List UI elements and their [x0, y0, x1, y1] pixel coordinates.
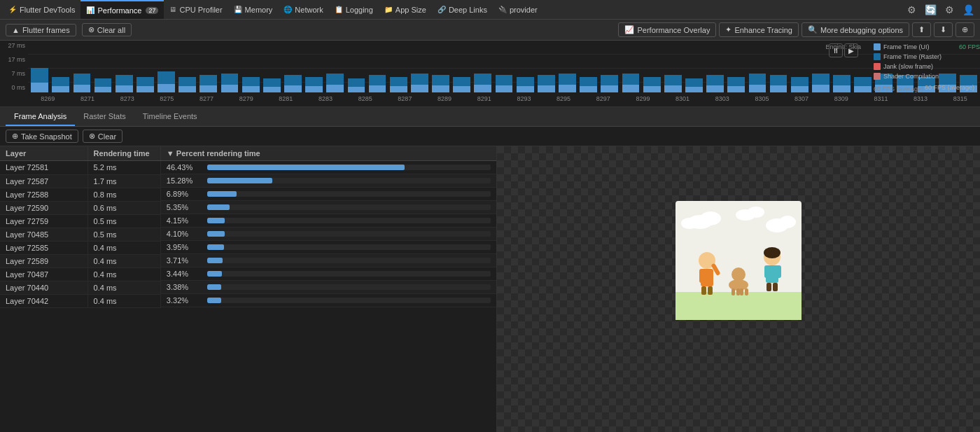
- bar-group[interactable]: [410, 41, 430, 92]
- settings-button[interactable]: ⚙: [904, 1, 919, 18]
- bar-group[interactable]: [430, 41, 451, 92]
- bar-group[interactable]: [472, 41, 493, 92]
- col-header-percent[interactable]: ▼ Percent rendering time: [160, 146, 496, 161]
- bar-group[interactable]: [283, 41, 303, 92]
- table-row[interactable]: Layer 72759 0.5 ms 4.15%: [0, 214, 496, 228]
- refresh-button[interactable]: 🔄: [922, 1, 939, 18]
- bar-group[interactable]: [451, 41, 472, 92]
- preview-area: [497, 146, 980, 432]
- legend-label: Shader Compilation: [883, 73, 939, 80]
- take-snapshot-button[interactable]: ⊕ Take Snapshot: [6, 130, 78, 143]
- cell-layer: Layer 72588: [0, 188, 88, 201]
- clear-button[interactable]: ⊗ Clear: [83, 130, 122, 143]
- nav-item-memory[interactable]: 💾 Memory: [228, 0, 279, 19]
- bar-group[interactable]: [557, 41, 578, 92]
- bar-ui: [685, 87, 703, 92]
- table-row[interactable]: Layer 70485 0.5 ms 4.10%: [0, 228, 496, 241]
- percent-bar-container: [207, 298, 491, 303]
- table-row[interactable]: Layer 70487 0.4 ms 3.44%: [0, 267, 496, 281]
- bar-group[interactable]: [241, 41, 261, 92]
- table-row[interactable]: Layer 72587 1.7 ms 15.28%: [0, 174, 496, 188]
- cell-layer: Layer 70487: [0, 267, 88, 281]
- bar-group[interactable]: [325, 41, 345, 92]
- bar-raster: [496, 75, 513, 85]
- bar-group[interactable]: [642, 41, 662, 92]
- table-row[interactable]: Layer 72581 5.2 ms 46.43%: [0, 161, 496, 175]
- tab-timeline-events[interactable]: Timeline Events: [134, 107, 206, 126]
- nav-item-network[interactable]: 🌐 Network: [278, 0, 328, 19]
- table-row[interactable]: Layer 72590 0.6 ms 5.35%: [0, 201, 496, 214]
- config-button[interactable]: ⚙: [942, 1, 957, 18]
- table-row[interactable]: Layer 70440 0.4 ms 3.38%: [0, 281, 496, 294]
- bar-group[interactable]: [368, 41, 388, 92]
- x-label: 8313: [901, 95, 941, 102]
- col-header-render-time[interactable]: Rendering time: [88, 146, 160, 161]
- bar-group[interactable]: [620, 41, 640, 92]
- nav-item-app-size[interactable]: 📁 App Size: [379, 0, 432, 19]
- bar-group[interactable]: [156, 41, 176, 92]
- table-row[interactable]: Layer 70442 0.4 ms 3.32%: [0, 294, 496, 307]
- bar-group[interactable]: [663, 41, 683, 92]
- nav-item-provider[interactable]: 🔌 provider: [493, 0, 543, 19]
- bar-group[interactable]: [71, 41, 92, 92]
- bar-group[interactable]: [747, 41, 767, 92]
- bar-group[interactable]: [198, 41, 218, 92]
- nav-item-flutter-devtools[interactable]: ⚡ Flutter DevTools: [3, 0, 80, 19]
- table-row[interactable]: Layer 72585 0.4 ms 3.95%: [0, 241, 496, 254]
- bar-group[interactable]: [726, 41, 746, 92]
- bar-group[interactable]: [599, 41, 620, 92]
- bar-group[interactable]: [705, 41, 725, 92]
- account-button[interactable]: 👤: [960, 1, 977, 18]
- bar-group[interactable]: [790, 41, 810, 92]
- bar-group[interactable]: [50, 41, 71, 92]
- play-button[interactable]: ▶: [844, 43, 858, 57]
- performance-overlay-button[interactable]: 📈 Performance Overlay: [618, 22, 716, 37]
- enhance-tracing-button[interactable]: ✦ Enhance Tracing: [719, 22, 799, 37]
- bar-group[interactable]: [304, 41, 324, 92]
- download-icon: ⬇: [940, 25, 946, 34]
- bar-raster: [200, 75, 217, 85]
- col-header-layer[interactable]: Layer: [0, 146, 88, 161]
- bar-group[interactable]: [29, 41, 50, 92]
- bar-group[interactable]: [515, 41, 536, 92]
- nav-item-logging[interactable]: 📋 Logging: [329, 0, 379, 19]
- y-label-0ms: 0 ms: [3, 84, 25, 91]
- nav-label-cpu: CPU Profiler: [179, 6, 222, 14]
- layers-table-area: Layer Rendering time ▼ Percent rendering…: [0, 146, 497, 432]
- clear-all-button[interactable]: ⊗ Clear all: [82, 23, 132, 36]
- bar-raster: [706, 75, 724, 85]
- bar-group[interactable]: [177, 41, 197, 92]
- bar-raster: [94, 78, 112, 87]
- download-button[interactable]: ⬇: [934, 22, 953, 37]
- cell-percent: 4.15%: [161, 214, 496, 228]
- bar-group[interactable]: [92, 41, 113, 92]
- flutter-frames-label: Flutter frames: [22, 26, 70, 34]
- bar-group[interactable]: [135, 41, 155, 92]
- bar-group[interactable]: [219, 41, 239, 92]
- table-row[interactable]: Layer 72589 0.4 ms 3.71%: [0, 254, 496, 267]
- bar-group[interactable]: [536, 41, 556, 92]
- bar-group[interactable]: [388, 41, 409, 92]
- nav-item-deep-links[interactable]: 🔗 Deep Links: [432, 0, 493, 19]
- table-row[interactable]: Layer 72588 0.8 ms 6.89%: [0, 188, 496, 201]
- pause-button[interactable]: ⏸: [829, 43, 843, 57]
- share-button[interactable]: ⊕: [955, 22, 974, 37]
- bar-group[interactable]: [262, 41, 282, 92]
- bar-group[interactable]: [684, 41, 704, 92]
- bar-group[interactable]: [346, 41, 366, 92]
- nav-item-cpu-profiler[interactable]: 🖥 CPU Profiler: [164, 0, 227, 19]
- bar-group[interactable]: [768, 41, 788, 92]
- flutter-frames-button[interactable]: ▲ Flutter frames: [6, 24, 76, 36]
- chart-x-axis: 8269827182738275827782798281828382858287…: [28, 92, 980, 105]
- svg-point-2: [700, 211, 721, 225]
- upload-button[interactable]: ⬆: [912, 22, 931, 37]
- nav-item-performance[interactable]: 📊 Performance 27: [80, 0, 164, 19]
- more-debugging-button[interactable]: 🔍 More debugging options: [802, 22, 909, 37]
- tab-frame-analysis[interactable]: Frame Analysis: [6, 107, 75, 126]
- bar-group[interactable]: [114, 41, 134, 92]
- x-label: 8311: [861, 95, 901, 102]
- tab-raster-stats[interactable]: Raster Stats: [75, 107, 134, 126]
- bar-group[interactable]: [493, 41, 514, 92]
- percent-bar: [207, 284, 222, 290]
- bar-group[interactable]: [578, 41, 598, 92]
